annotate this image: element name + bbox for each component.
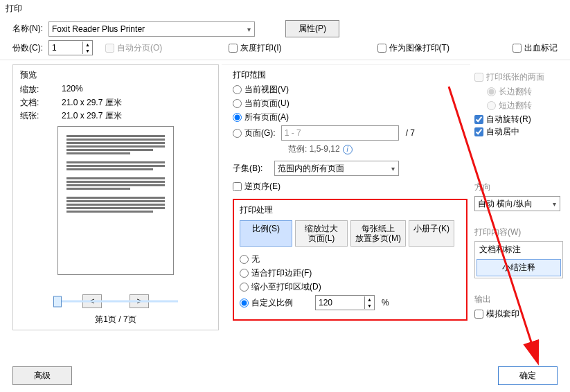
printer-name-label: 名称(N): <box>12 23 43 35</box>
preview-panel: 预览 缩放:120% 文档:21.0 x 29.7 厘米 纸张:21.0 x 2… <box>12 64 219 330</box>
doc-value: 21.0 x 29.7 厘米 <box>62 97 122 109</box>
paper-label: 纸张: <box>20 110 49 122</box>
handling-title: 打印处理 <box>240 204 461 216</box>
scale-custom-label: 自定义比例 <box>251 297 293 309</box>
collate-checkbox: 自动分页(O) <box>105 42 162 54</box>
paper-value: 21.0 x 29.7 厘米 <box>62 110 122 122</box>
radio-pages[interactable] <box>233 129 242 138</box>
info-icon[interactable]: i <box>343 145 353 154</box>
print-content-title: 打印内容(W) <box>474 226 567 238</box>
auto-center-checkbox[interactable]: 自动居中 <box>474 126 519 138</box>
ok-button[interactable]: 确定 <box>498 366 558 385</box>
pager-label: 第1页 / 7页 <box>20 314 211 326</box>
page-thumbnail <box>57 126 174 275</box>
scale-value-input[interactable] <box>316 296 364 310</box>
print-content-select[interactable]: 文档和标注 小结注释 <box>474 241 563 278</box>
orientation-select[interactable]: 自动 横向/纵向 <box>474 196 560 211</box>
scale-custom[interactable] <box>240 299 249 308</box>
tab-booklet[interactable]: 小册子(K) <box>409 220 454 247</box>
subset-label: 子集(B): <box>233 163 271 175</box>
page-slider-thumb[interactable] <box>53 296 62 307</box>
tab-fit-oversize[interactable]: 缩放过大 页面(L) <box>295 220 348 247</box>
scale-value-spinner[interactable]: ▲▼ <box>315 295 375 310</box>
tab-scale[interactable]: 比例(S) <box>240 220 292 247</box>
short-edge-radio: 短边翻转 <box>487 100 567 112</box>
pages-total: / 7 <box>406 128 415 138</box>
properties-button[interactable]: 属性(P) <box>285 20 339 37</box>
zoom-value: 120% <box>62 84 83 96</box>
pages-label: 页面(G): <box>244 127 276 139</box>
pages-hint: 范例: 1,5-9,12i <box>288 143 467 155</box>
auto-rotate-checkbox[interactable]: 自动旋转(R) <box>474 114 531 125</box>
subset-select[interactable]: 范围内的所有页面 <box>274 161 399 176</box>
scale-fit-margins[interactable]: 适合打印边距(F) <box>240 267 461 279</box>
copies-input[interactable] <box>49 41 82 55</box>
radio-current-view[interactable]: 当前视图(V) <box>233 84 467 96</box>
as-image-checkbox[interactable]: 作为图像打印(T) <box>377 42 449 54</box>
scale-none[interactable]: 无 <box>240 253 461 265</box>
bleed-marks-checkbox[interactable]: 出血标记 <box>513 42 558 54</box>
page-slider-track[interactable] <box>53 301 178 303</box>
printer-select[interactable]: Foxit Reader Plus Printer <box>48 21 255 37</box>
pages-input[interactable] <box>281 125 399 141</box>
highlight-annotation: 打印处理 比例(S) 缩放过大 页面(L) 每张纸上 放置多页(M) 小册子(K… <box>233 199 467 321</box>
advanced-button[interactable]: 高级 <box>12 366 72 385</box>
zoom-label: 缩放: <box>20 84 49 96</box>
range-title: 打印范围 <box>233 69 467 81</box>
copies-spinner[interactable]: ▲▼ <box>48 40 93 55</box>
copies-label: 份数(C): <box>12 42 43 54</box>
grayscale-checkbox[interactable]: 灰度打印(I) <box>229 42 281 54</box>
window-title: 打印 <box>0 0 570 17</box>
doc-label: 文档: <box>20 97 49 109</box>
duplex-checkbox: 打印纸张的两面 <box>474 71 544 83</box>
reverse-order-checkbox[interactable]: 逆页序(E) <box>233 181 280 193</box>
percent-label: % <box>382 298 389 308</box>
preview-title: 预览 <box>20 69 211 81</box>
long-edge-radio: 长边翻转 <box>487 86 567 98</box>
tab-multiple-per-sheet[interactable]: 每张纸上 放置多页(M) <box>350 220 406 247</box>
spin-up-icon[interactable]: ▲ <box>83 42 92 48</box>
spin-up-icon[interactable]: ▲ <box>365 296 374 303</box>
spin-down-icon[interactable]: ▼ <box>83 48 92 54</box>
simulate-overprint-checkbox[interactable]: 模拟套印 <box>474 308 519 320</box>
radio-all-pages[interactable]: 所有页面(A) <box>233 112 467 123</box>
spin-down-icon[interactable]: ▼ <box>365 303 374 309</box>
radio-current-page[interactable]: 当前页面(U) <box>233 98 467 109</box>
orientation-title: 方向 <box>474 181 567 193</box>
summary-comments-option[interactable]: 小结注释 <box>477 259 561 276</box>
output-title: 输出 <box>474 294 567 305</box>
scale-shrink[interactable]: 缩小至打印区域(D) <box>240 281 461 293</box>
